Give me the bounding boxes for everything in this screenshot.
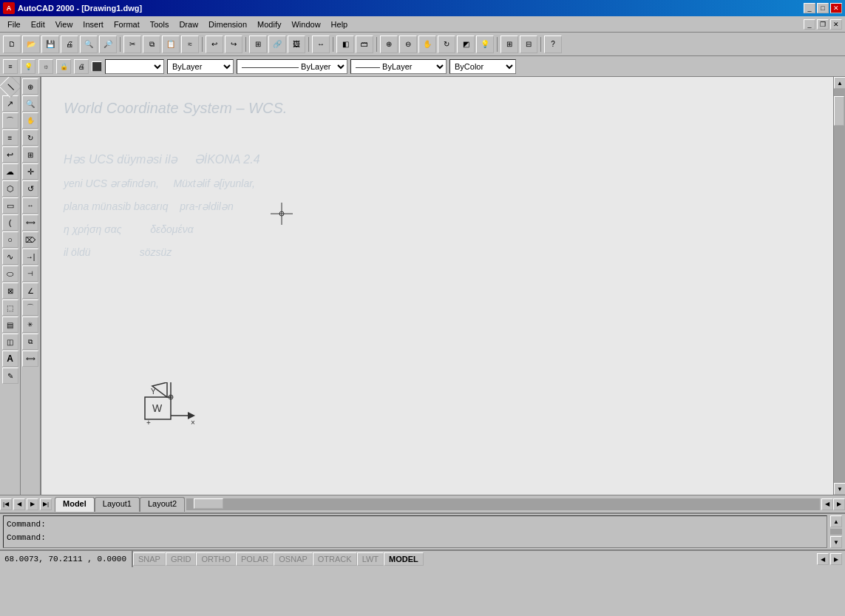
paste-button[interactable]: 📋 [162, 35, 180, 53]
vertical-scrollbar[interactable]: ▲ ▼ [833, 77, 845, 495]
print-preview-button[interactable]: 🔍 [80, 35, 98, 53]
zoom-in-button[interactable]: ⊕ [380, 35, 398, 53]
ucs-display-tool[interactable]: ⊞ [22, 146, 38, 163]
copy-tool[interactable]: ⧉ [22, 334, 38, 350]
menu-modify[interactable]: Modify [253, 18, 285, 30]
undo-button[interactable]: ↩ [206, 35, 223, 53]
matchprop-button[interactable]: ≈ [181, 35, 199, 53]
orbit-tool[interactable]: ↻ [22, 129, 38, 146]
color-icon[interactable] [92, 61, 102, 72]
tab-layout2[interactable]: Layout2 [140, 497, 185, 512]
scale-tool[interactable]: ↔ [22, 197, 38, 214]
help-button[interactable]: ? [544, 35, 562, 53]
doc-minimize-button[interactable]: _ [804, 19, 815, 30]
layer-prev-button[interactable]: ◧ [336, 35, 354, 53]
plotstyle-select[interactable]: ByColor [449, 59, 516, 74]
cmd-scroll-down[interactable]: ▼ [830, 536, 842, 548]
zoom-realtime-tool[interactable]: ⊕ [22, 78, 38, 95]
grid-button[interactable]: GRID [166, 552, 197, 566]
menu-dimension[interactable]: Dimension [204, 18, 251, 30]
trim-tool[interactable]: ⌦ [22, 231, 38, 248]
layer-on-icon[interactable]: 💡 [21, 59, 35, 74]
undo-tool[interactable]: ↩ [2, 146, 18, 163]
scroll-up-button[interactable]: ▲ [834, 77, 845, 89]
maximize-button[interactable]: □ [817, 3, 829, 13]
dist-button[interactable]: ↔ [312, 35, 330, 53]
scroll-thumb[interactable] [834, 96, 844, 126]
scroll-down-button[interactable]: ▼ [834, 483, 845, 495]
lwt-button[interactable]: LWT [357, 552, 384, 566]
pan-realtime-button[interactable]: ✋ [418, 35, 436, 53]
new-button[interactable]: 🗋 [3, 35, 21, 53]
pan-tool[interactable]: ✋ [22, 112, 38, 129]
cmd-scroll-up[interactable]: ▲ [830, 515, 842, 527]
redo-button[interactable]: ↪ [225, 35, 242, 53]
insert-tool[interactable]: ✎ [2, 368, 18, 384]
model-space-button[interactable]: MODEL [384, 552, 424, 566]
polygon-tool[interactable]: ⬡ [2, 180, 18, 197]
ellipse-tool[interactable]: ⬭ [2, 265, 18, 282]
tab-prev-button[interactable]: ◀ [13, 498, 25, 510]
multiline-tool[interactable]: ≡ [2, 129, 18, 146]
menu-draw[interactable]: Draw [174, 18, 203, 30]
otrack-button[interactable]: OTRACK [313, 552, 357, 566]
doc-close-button[interactable]: ✕ [830, 19, 842, 30]
close-button[interactable]: ✕ [830, 3, 842, 13]
menu-edit[interactable]: Edit [27, 18, 50, 30]
spline-tool[interactable]: ∿ [2, 248, 18, 265]
stretch-tool[interactable]: ⟺ [22, 214, 38, 231]
status-scroll-right[interactable]: ▶ [830, 553, 842, 565]
fillet-tool[interactable]: ⌒ [22, 299, 38, 316]
osnap-button[interactable]: OSNAP [274, 552, 313, 566]
break-tool[interactable]: ⊣ [22, 265, 38, 282]
image-button[interactable]: 🖼 [288, 35, 305, 53]
3dorbit-button[interactable]: ↻ [438, 35, 455, 53]
cut-button[interactable]: ✂ [123, 35, 141, 53]
explode-tool[interactable]: ✳ [22, 317, 38, 333]
lineweight-select[interactable]: ——— ByLayer [350, 59, 447, 74]
menu-insert[interactable]: Insert [78, 18, 108, 30]
grid-display-button[interactable]: ⊞ [500, 35, 518, 53]
drawing-canvas[interactable]: World Coordinate System – WCS. Həs UCS d… [41, 77, 833, 495]
layer-select[interactable]: 0 [105, 59, 164, 74]
open-button[interactable]: 📂 [22, 35, 40, 53]
zoom-button[interactable]: 🔎 [99, 35, 117, 53]
zoom-window-tool[interactable]: 🔍 [22, 95, 38, 112]
snap-button[interactable]: SNAP [133, 552, 166, 566]
wipeout-tool[interactable]: ⊠ [2, 282, 18, 299]
extend-tool[interactable]: →| [22, 248, 38, 265]
ortho-button[interactable]: ORTHO [196, 552, 236, 566]
named-views-button[interactable]: ⊟ [520, 35, 537, 53]
tab-layout1[interactable]: Layout1 [95, 497, 140, 512]
h-scroll-left-button[interactable]: ◀ [821, 498, 833, 510]
menu-tools[interactable]: Tools [146, 18, 174, 30]
h-scroll-thumb[interactable] [194, 498, 223, 509]
menu-view[interactable]: View [51, 18, 78, 30]
layer-lock-icon[interactable]: 🔒 [56, 59, 71, 74]
rotate-tool[interactable]: ↺ [22, 180, 38, 197]
cloud-tool[interactable]: ☁ [2, 163, 18, 180]
horizontal-scrollbar[interactable] [186, 498, 820, 510]
doc-restore-button[interactable]: ❐ [817, 19, 829, 30]
save-button[interactable]: 💾 [41, 35, 59, 53]
arc-tool[interactable]: ( [2, 214, 18, 231]
layer-freeze-icon[interactable]: ☼ [38, 59, 53, 74]
xref-button[interactable]: 🔗 [268, 35, 286, 53]
dbconnect-button[interactable]: 🗃 [356, 35, 373, 53]
linetype-select[interactable]: ——————— ByLayer [237, 59, 347, 74]
minimize-button[interactable]: _ [804, 3, 815, 13]
move-tool[interactable]: ✛ [22, 163, 38, 180]
menu-file[interactable]: File [3, 18, 25, 30]
print-button[interactable]: 🖨 [61, 35, 78, 53]
scroll-track[interactable] [834, 89, 845, 483]
polar-button[interactable]: POLAR [236, 552, 274, 566]
rectangle-tool[interactable]: ▭ [2, 197, 18, 214]
text-tool[interactable]: A [2, 351, 18, 367]
menu-format[interactable]: Format [109, 18, 144, 30]
tab-last-button[interactable]: ▶| [40, 498, 52, 510]
chamfer-tool[interactable]: ∠ [22, 282, 38, 299]
hatch-tool[interactable]: ▤ [2, 317, 18, 333]
color-select[interactable]: ByLayer [167, 59, 234, 74]
insert-block-button[interactable]: ⊞ [249, 35, 267, 53]
shade-button[interactable]: ◩ [457, 35, 475, 53]
